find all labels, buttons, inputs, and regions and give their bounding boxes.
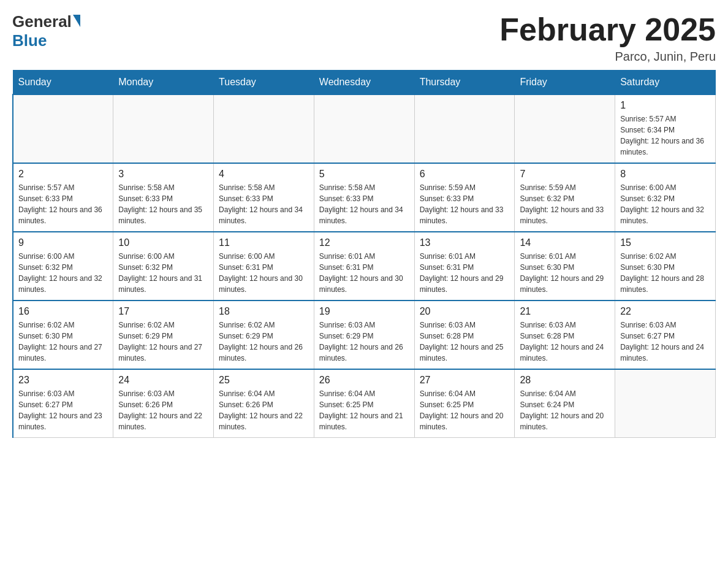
week-row-5: 23Sunrise: 6:03 AM Sunset: 6:27 PM Dayli… xyxy=(13,369,716,438)
day-number: 22 xyxy=(620,306,710,317)
logo-arrow-icon xyxy=(73,15,80,27)
day-number: 19 xyxy=(319,306,409,317)
week-row-4: 16Sunrise: 6:02 AM Sunset: 6:30 PM Dayli… xyxy=(13,301,716,369)
calendar-cell: 27Sunrise: 6:04 AM Sunset: 6:25 PM Dayli… xyxy=(414,369,515,438)
header-day-sunday: Sunday xyxy=(13,71,113,95)
week-row-1: 1Sunrise: 5:57 AM Sunset: 6:34 PM Daylig… xyxy=(13,94,716,163)
day-number: 12 xyxy=(319,237,409,248)
day-number: 23 xyxy=(18,375,108,386)
day-info: Sunrise: 6:03 AM Sunset: 6:27 PM Dayligh… xyxy=(18,388,108,432)
page-header: General Blue February 2025 Parco, Junin,… xyxy=(12,12,716,64)
day-number: 16 xyxy=(18,306,108,317)
day-number: 26 xyxy=(319,375,409,386)
calendar-cell: 3Sunrise: 5:58 AM Sunset: 6:33 PM Daylig… xyxy=(113,163,214,232)
calendar-cell xyxy=(515,94,615,163)
day-number: 25 xyxy=(219,375,309,386)
calendar-cell xyxy=(314,94,414,163)
week-row-2: 2Sunrise: 5:57 AM Sunset: 6:33 PM Daylig… xyxy=(13,163,716,232)
header-day-tuesday: Tuesday xyxy=(214,71,314,95)
header-day-thursday: Thursday xyxy=(414,71,515,95)
calendar-cell: 21Sunrise: 6:03 AM Sunset: 6:28 PM Dayli… xyxy=(515,301,615,369)
calendar-cell: 7Sunrise: 5:59 AM Sunset: 6:32 PM Daylig… xyxy=(515,163,615,232)
day-number: 9 xyxy=(18,237,108,248)
day-info: Sunrise: 6:00 AM Sunset: 6:31 PM Dayligh… xyxy=(219,251,309,295)
day-number: 11 xyxy=(219,237,309,248)
header-row: SundayMondayTuesdayWednesdayThursdayFrid… xyxy=(13,71,716,95)
calendar-cell: 2Sunrise: 5:57 AM Sunset: 6:33 PM Daylig… xyxy=(13,163,113,232)
day-info: Sunrise: 6:03 AM Sunset: 6:29 PM Dayligh… xyxy=(319,320,409,364)
day-info: Sunrise: 5:58 AM Sunset: 6:33 PM Dayligh… xyxy=(219,182,309,226)
day-info: Sunrise: 6:02 AM Sunset: 6:30 PM Dayligh… xyxy=(620,251,710,295)
calendar-cell: 20Sunrise: 6:03 AM Sunset: 6:28 PM Dayli… xyxy=(414,301,515,369)
logo-blue-text: Blue xyxy=(12,31,47,50)
day-info: Sunrise: 5:57 AM Sunset: 6:34 PM Dayligh… xyxy=(620,113,710,158)
day-info: Sunrise: 6:03 AM Sunset: 6:26 PM Dayligh… xyxy=(118,388,208,432)
day-info: Sunrise: 6:01 AM Sunset: 6:31 PM Dayligh… xyxy=(420,251,510,295)
day-number: 1 xyxy=(620,100,710,111)
calendar-cell: 9Sunrise: 6:00 AM Sunset: 6:32 PM Daylig… xyxy=(13,232,113,301)
day-info: Sunrise: 6:02 AM Sunset: 6:30 PM Dayligh… xyxy=(18,320,108,364)
day-number: 28 xyxy=(520,375,610,386)
logo-general-text: General xyxy=(12,12,72,31)
day-info: Sunrise: 6:00 AM Sunset: 6:32 PM Dayligh… xyxy=(18,251,108,295)
day-number: 14 xyxy=(520,237,610,248)
calendar-cell: 5Sunrise: 5:58 AM Sunset: 6:33 PM Daylig… xyxy=(314,163,414,232)
day-info: Sunrise: 5:58 AM Sunset: 6:33 PM Dayligh… xyxy=(319,182,409,226)
month-title: February 2025 xyxy=(499,12,716,47)
header-day-monday: Monday xyxy=(113,71,214,95)
calendar-cell: 12Sunrise: 6:01 AM Sunset: 6:31 PM Dayli… xyxy=(314,232,414,301)
calendar-cell xyxy=(113,94,214,163)
day-info: Sunrise: 6:00 AM Sunset: 6:32 PM Dayligh… xyxy=(118,251,208,295)
calendar-body: 1Sunrise: 5:57 AM Sunset: 6:34 PM Daylig… xyxy=(13,94,716,438)
calendar-cell: 13Sunrise: 6:01 AM Sunset: 6:31 PM Dayli… xyxy=(414,232,515,301)
calendar-cell: 1Sunrise: 5:57 AM Sunset: 6:34 PM Daylig… xyxy=(615,94,716,163)
day-number: 10 xyxy=(118,237,208,248)
logo-general: General xyxy=(12,12,80,31)
day-number: 8 xyxy=(620,169,710,180)
day-info: Sunrise: 5:58 AM Sunset: 6:33 PM Dayligh… xyxy=(118,182,208,226)
calendar-cell xyxy=(615,369,716,438)
calendar-cell: 8Sunrise: 6:00 AM Sunset: 6:32 PM Daylig… xyxy=(615,163,716,232)
week-row-3: 9Sunrise: 6:00 AM Sunset: 6:32 PM Daylig… xyxy=(13,232,716,301)
day-number: 21 xyxy=(520,306,610,317)
day-info: Sunrise: 6:04 AM Sunset: 6:25 PM Dayligh… xyxy=(420,388,510,432)
location: Parco, Junin, Peru xyxy=(499,50,716,64)
day-number: 18 xyxy=(219,306,309,317)
calendar-cell: 19Sunrise: 6:03 AM Sunset: 6:29 PM Dayli… xyxy=(314,301,414,369)
calendar-cell: 4Sunrise: 5:58 AM Sunset: 6:33 PM Daylig… xyxy=(214,163,314,232)
day-number: 3 xyxy=(118,169,208,180)
calendar-cell: 17Sunrise: 6:02 AM Sunset: 6:29 PM Dayli… xyxy=(113,301,214,369)
day-number: 4 xyxy=(219,169,309,180)
day-info: Sunrise: 6:01 AM Sunset: 6:31 PM Dayligh… xyxy=(319,251,409,295)
header-day-friday: Friday xyxy=(515,71,615,95)
day-info: Sunrise: 6:04 AM Sunset: 6:25 PM Dayligh… xyxy=(319,388,409,432)
calendar-cell: 23Sunrise: 6:03 AM Sunset: 6:27 PM Dayli… xyxy=(13,369,113,438)
calendar-cell: 14Sunrise: 6:01 AM Sunset: 6:30 PM Dayli… xyxy=(515,232,615,301)
day-info: Sunrise: 6:04 AM Sunset: 6:26 PM Dayligh… xyxy=(219,388,309,432)
day-info: Sunrise: 6:02 AM Sunset: 6:29 PM Dayligh… xyxy=(118,320,208,364)
calendar-cell xyxy=(414,94,515,163)
day-info: Sunrise: 6:01 AM Sunset: 6:30 PM Dayligh… xyxy=(520,251,610,295)
day-number: 24 xyxy=(118,375,208,386)
day-number: 13 xyxy=(420,237,510,248)
calendar-cell xyxy=(13,94,113,163)
day-info: Sunrise: 6:03 AM Sunset: 6:27 PM Dayligh… xyxy=(620,320,710,364)
day-info: Sunrise: 6:02 AM Sunset: 6:29 PM Dayligh… xyxy=(219,320,309,364)
day-info: Sunrise: 6:00 AM Sunset: 6:32 PM Dayligh… xyxy=(620,182,710,226)
day-number: 17 xyxy=(118,306,208,317)
day-info: Sunrise: 5:59 AM Sunset: 6:32 PM Dayligh… xyxy=(520,182,610,226)
calendar-table: SundayMondayTuesdayWednesdayThursdayFrid… xyxy=(12,70,716,438)
day-number: 27 xyxy=(420,375,510,386)
day-info: Sunrise: 5:57 AM Sunset: 6:33 PM Dayligh… xyxy=(18,182,108,226)
header-day-wednesday: Wednesday xyxy=(314,71,414,95)
day-info: Sunrise: 6:04 AM Sunset: 6:24 PM Dayligh… xyxy=(520,388,610,432)
calendar-cell: 16Sunrise: 6:02 AM Sunset: 6:30 PM Dayli… xyxy=(13,301,113,369)
calendar-cell: 26Sunrise: 6:04 AM Sunset: 6:25 PM Dayli… xyxy=(314,369,414,438)
calendar-cell: 24Sunrise: 6:03 AM Sunset: 6:26 PM Dayli… xyxy=(113,369,214,438)
calendar-cell: 28Sunrise: 6:04 AM Sunset: 6:24 PM Dayli… xyxy=(515,369,615,438)
header-day-saturday: Saturday xyxy=(615,71,716,95)
logo: General Blue xyxy=(12,12,80,50)
calendar-cell: 11Sunrise: 6:00 AM Sunset: 6:31 PM Dayli… xyxy=(214,232,314,301)
day-info: Sunrise: 6:03 AM Sunset: 6:28 PM Dayligh… xyxy=(520,320,610,364)
day-number: 15 xyxy=(620,237,710,248)
